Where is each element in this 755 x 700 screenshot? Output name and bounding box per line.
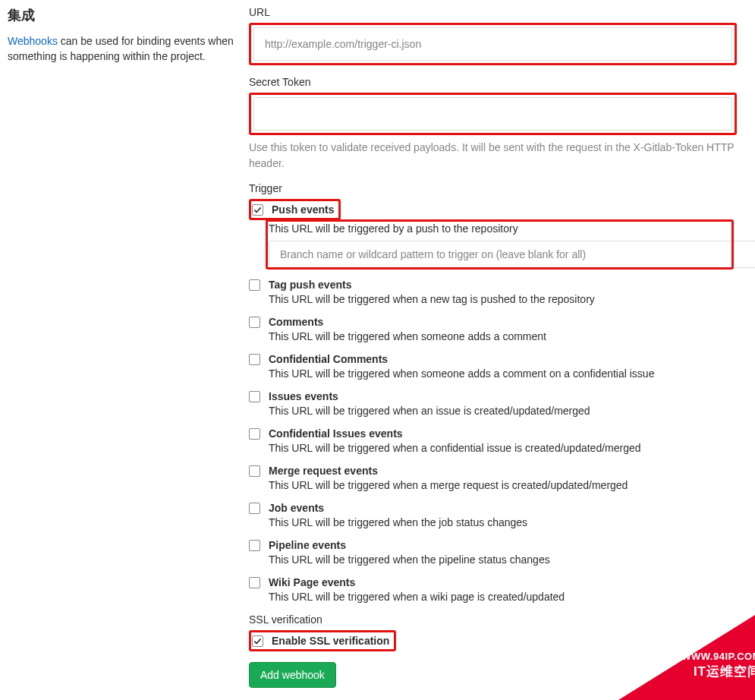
trigger-label-job: Job events — [269, 502, 324, 514]
trigger-desc-ccomments: This URL will be triggered when someone … — [269, 367, 737, 380]
trigger-label-tag: Tag push events — [269, 279, 351, 291]
trigger-label-mr: Merge request events — [269, 465, 378, 477]
checkbox-ssl[interactable] — [252, 635, 263, 647]
secret-section: Secret Token Use this token to validate … — [249, 76, 737, 172]
trigger-row-comments[interactable]: Comments — [249, 316, 737, 328]
trigger-row-pipeline[interactable]: Pipeline events — [249, 539, 737, 551]
highlight-ssl: Enable SSL verification — [249, 630, 396, 651]
trigger-item-wiki: Wiki Page eventsThis URL will be trigger… — [249, 576, 737, 603]
trigger-item-job: Job eventsThis URL will be triggered whe… — [249, 502, 737, 528]
webhooks-link[interactable]: Webhooks — [8, 35, 58, 47]
checkmark-icon — [253, 206, 262, 214]
checkbox-ccomments[interactable] — [249, 354, 260, 365]
trigger-item-cissues: Confidential Issues eventsThis URL will … — [249, 427, 737, 454]
checkbox-cissues[interactable] — [249, 428, 260, 440]
highlight-url — [249, 23, 737, 65]
trigger-desc-pipeline: This URL will be triggered when the pipe… — [269, 553, 737, 566]
trigger-desc-job: This URL will be triggered when the job … — [269, 516, 737, 528]
trigger-row-issues[interactable]: Issues events — [249, 390, 737, 402]
trigger-label-issues: Issues events — [269, 390, 338, 402]
secret-help: Use this token to validate received payl… — [249, 140, 737, 172]
trigger-label-push: Push events — [272, 203, 334, 216]
trigger-row-ccomments[interactable]: Confidential Comments — [249, 353, 737, 365]
trigger-desc-comments: This URL will be triggered when someone … — [269, 330, 737, 342]
trigger-row-tag[interactable]: Tag push events — [249, 279, 737, 291]
url-section: URL — [249, 6, 737, 65]
trigger-item-mr: Merge request eventsThis URL will be tri… — [249, 465, 737, 491]
trigger-row-wiki[interactable]: Wiki Page events — [249, 576, 737, 588]
trigger-row-job[interactable]: Job events — [249, 502, 737, 514]
trigger-label-wiki: Wiki Page events — [269, 576, 355, 588]
sidebar-desc: Webhooks can be used for binding events … — [8, 33, 234, 65]
highlight-push: Push events — [249, 199, 341, 220]
sidebar-title: 集成 — [8, 6, 234, 24]
checkmark-icon — [253, 637, 262, 645]
checkbox-issues[interactable] — [249, 391, 260, 402]
checkbox-wiki[interactable] — [249, 577, 260, 588]
checkbox-comments[interactable] — [249, 317, 260, 328]
trigger-item-issues: Issues eventsThis URL will be triggered … — [249, 390, 737, 417]
checkbox-push[interactable] — [252, 204, 263, 216]
watermark-text: WWW.94IP.COM IT运维空间 — [681, 651, 755, 680]
trigger-row-mr[interactable]: Merge request events — [249, 465, 737, 477]
trigger-desc-wiki: This URL will be triggered when a wiki p… — [269, 591, 737, 603]
trigger-item-ccomments: Confidential CommentsThis URL will be tr… — [249, 353, 737, 380]
checkbox-mr[interactable] — [249, 465, 260, 477]
ssl-checkbox-label: Enable SSL verification — [272, 635, 389, 647]
trigger-label: Trigger — [249, 182, 737, 194]
trigger-label-pipeline: Pipeline events — [269, 539, 346, 551]
trigger-desc-push: This URL will be triggered by a push to … — [269, 222, 737, 235]
trigger-item-tag: Tag push eventsThis URL will be triggere… — [249, 279, 737, 305]
webhook-form: URL Secret Token Use this token to valid… — [249, 6, 747, 688]
trigger-label-cissues: Confidential Issues events — [269, 427, 403, 440]
url-input[interactable] — [253, 27, 732, 61]
trigger-desc-issues: This URL will be triggered when an issue… — [269, 405, 737, 417]
trigger-section: Trigger Push eventsThis URL will be trig… — [249, 182, 737, 603]
trigger-row-push[interactable]: Push events — [252, 203, 334, 216]
trigger-item-pipeline: Pipeline eventsThis URL will be triggere… — [249, 539, 737, 566]
checkbox-tag[interactable] — [249, 279, 260, 291]
trigger-desc-cissues: This URL will be triggered when a confid… — [269, 442, 737, 454]
trigger-item-comments: CommentsThis URL will be triggered when … — [249, 316, 737, 342]
ssl-row[interactable]: Enable SSL verification — [252, 635, 389, 647]
secret-label: Secret Token — [249, 76, 737, 88]
trigger-label-ccomments: Confidential Comments — [269, 353, 388, 365]
url-label: URL — [249, 6, 737, 18]
trigger-desc-mr: This URL will be triggered when a merge … — [269, 479, 737, 491]
trigger-row-cissues[interactable]: Confidential Issues events — [249, 427, 737, 440]
checkbox-pipeline[interactable] — [249, 540, 260, 551]
trigger-label-comments: Comments — [269, 316, 323, 328]
trigger-item-push: Push eventsThis URL will be triggered by… — [249, 199, 737, 268]
sidebar: 集成 Webhooks can be used for binding even… — [8, 6, 249, 65]
highlight-secret — [249, 93, 737, 135]
add-webhook-button[interactable]: Add webhook — [249, 662, 336, 688]
trigger-desc-tag: This URL will be triggered when a new ta… — [269, 293, 737, 305]
secret-input[interactable] — [253, 97, 732, 131]
branch-pattern-input[interactable] — [269, 241, 755, 268]
checkbox-job[interactable] — [249, 503, 260, 514]
